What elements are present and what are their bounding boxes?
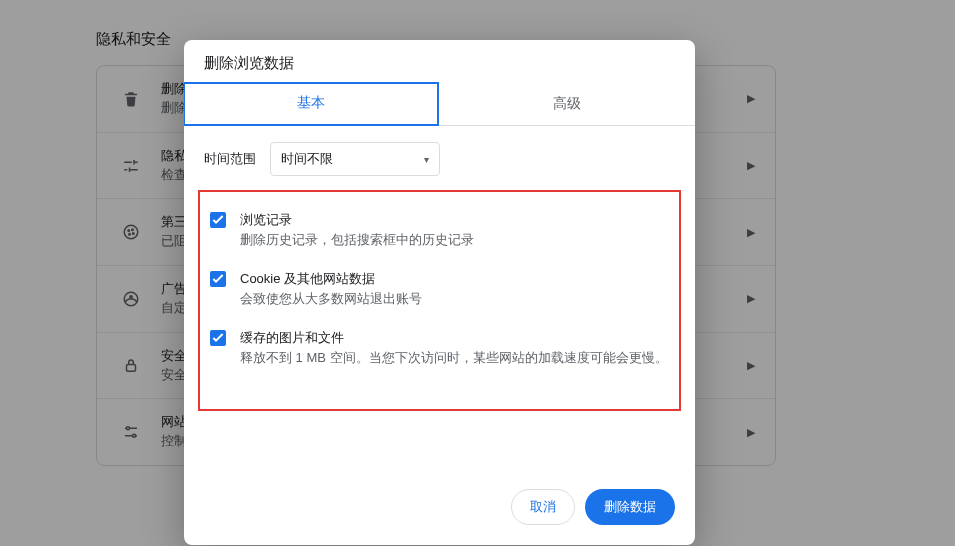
tab-basic[interactable]: 基本 [184, 82, 439, 126]
option-title: 浏览记录 [240, 210, 474, 230]
option-desc: 释放不到 1 MB 空间。当您下次访问时，某些网站的加载速度可能会更慢。 [240, 348, 668, 368]
time-range-select[interactable]: 时间不限 ▾ [270, 142, 440, 176]
clear-data-dialog: 删除浏览数据 基本 高级 时间范围 时间不限 ▾ 浏览记录 删除历史记录，包括搜… [184, 40, 695, 545]
checkbox-checked-icon[interactable] [210, 330, 226, 346]
checkbox-checked-icon[interactable] [210, 212, 226, 228]
option-texts: 缓存的图片和文件 释放不到 1 MB 空间。当您下次访问时，某些网站的加载速度可… [240, 328, 668, 367]
dialog-actions: 取消 删除数据 [184, 471, 695, 545]
clear-data-button[interactable]: 删除数据 [585, 489, 675, 525]
time-range-value: 时间不限 [281, 150, 333, 168]
chevron-down-icon: ▾ [424, 154, 429, 165]
tab-advanced[interactable]: 高级 [439, 83, 695, 125]
time-range-row: 时间范围 时间不限 ▾ [204, 142, 675, 176]
dialog-body: 时间范围 时间不限 ▾ 浏览记录 删除历史记录，包括搜索框中的历史记录 [184, 126, 695, 411]
option-cache[interactable]: 缓存的图片和文件 释放不到 1 MB 空间。当您下次访问时，某些网站的加载速度可… [210, 320, 669, 379]
option-texts: 浏览记录 删除历史记录，包括搜索框中的历史记录 [240, 210, 474, 249]
option-desc: 会致使您从大多数网站退出账号 [240, 289, 422, 309]
cancel-button[interactable]: 取消 [511, 489, 575, 525]
option-title: 缓存的图片和文件 [240, 328, 668, 348]
dialog-title: 删除浏览数据 [184, 40, 695, 83]
dialog-tabs: 基本 高级 [184, 83, 695, 126]
option-texts: Cookie 及其他网站数据 会致使您从大多数网站退出账号 [240, 269, 422, 308]
option-desc: 删除历史记录，包括搜索框中的历史记录 [240, 230, 474, 250]
highlight-box: 浏览记录 删除历史记录，包括搜索框中的历史记录 Cookie 及其他网站数据 会… [198, 190, 681, 411]
option-title: Cookie 及其他网站数据 [240, 269, 422, 289]
option-browsing-history[interactable]: 浏览记录 删除历史记录，包括搜索框中的历史记录 [210, 202, 669, 261]
option-cookies[interactable]: Cookie 及其他网站数据 会致使您从大多数网站退出账号 [210, 261, 669, 320]
checkbox-checked-icon[interactable] [210, 271, 226, 287]
time-range-label: 时间范围 [204, 150, 256, 168]
